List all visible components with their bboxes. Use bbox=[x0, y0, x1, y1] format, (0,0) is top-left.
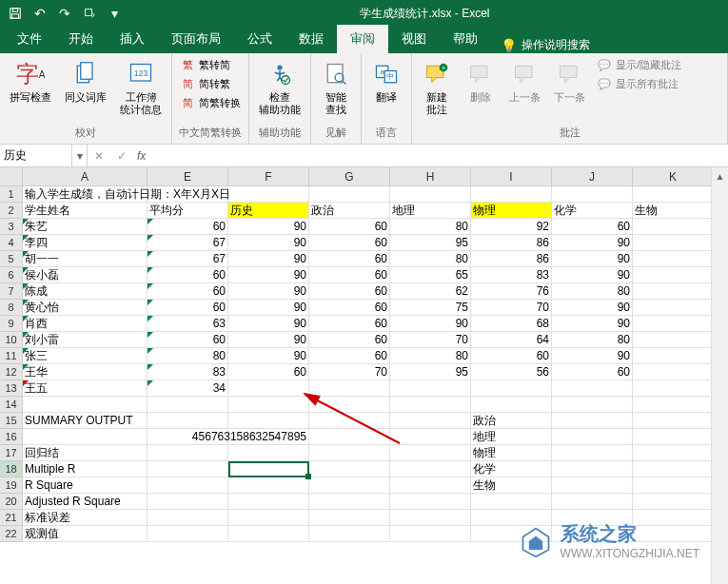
cell-K11[interactable] bbox=[633, 348, 714, 364]
cell-K4[interactable] bbox=[633, 235, 714, 251]
cell-G10[interactable]: 60 bbox=[309, 332, 390, 348]
cell-H5[interactable]: 80 bbox=[390, 251, 471, 267]
cell-F9[interactable]: 90 bbox=[228, 316, 309, 332]
row-header-8[interactable]: 8 bbox=[0, 300, 23, 316]
cell-G8[interactable]: 60 bbox=[309, 300, 390, 316]
cell-K15[interactable] bbox=[633, 413, 714, 429]
cell-F5[interactable]: 90 bbox=[228, 251, 309, 267]
cell-E4[interactable]: 67 bbox=[148, 235, 228, 251]
cell-H10[interactable]: 70 bbox=[390, 332, 471, 348]
tab-file[interactable]: 文件 bbox=[4, 25, 55, 53]
cell-F22[interactable] bbox=[228, 526, 309, 542]
cell-F19[interactable] bbox=[228, 477, 309, 494]
cell-K16[interactable] bbox=[633, 429, 714, 445]
row-header-9[interactable]: 9 bbox=[0, 316, 23, 332]
row-header-14[interactable]: 14 bbox=[0, 397, 23, 413]
cell-A8[interactable]: 黄心怡 bbox=[23, 300, 148, 316]
cell-H8[interactable]: 75 bbox=[390, 300, 471, 316]
cell-E18[interactable] bbox=[148, 461, 228, 477]
cell-G7[interactable]: 60 bbox=[309, 283, 390, 300]
cell-H13[interactable] bbox=[390, 380, 471, 397]
chinese-convert-button[interactable]: 简简繁转换 bbox=[176, 93, 245, 112]
cell-E15[interactable] bbox=[148, 413, 228, 429]
cell-F1[interactable] bbox=[228, 186, 309, 203]
cell-G17[interactable] bbox=[309, 445, 390, 461]
cell-A16[interactable] bbox=[23, 429, 148, 445]
cell-G12[interactable]: 70 bbox=[309, 364, 390, 380]
col-header-F[interactable]: F bbox=[228, 167, 309, 186]
cell-J9[interactable]: 90 bbox=[552, 316, 633, 332]
cell-J8[interactable]: 90 bbox=[552, 300, 633, 316]
show-all-comments-button[interactable]: 💬显示所有批注 bbox=[593, 74, 685, 93]
scroll-up-button[interactable]: ▲ bbox=[712, 167, 728, 185]
cell-G22[interactable] bbox=[309, 526, 390, 542]
cell-J5[interactable]: 90 bbox=[552, 251, 633, 267]
cell-A10[interactable]: 刘小雷 bbox=[23, 332, 148, 348]
row-header-13[interactable]: 13 bbox=[0, 380, 23, 397]
cell-G3[interactable]: 60 bbox=[309, 219, 390, 235]
row-header-22[interactable]: 22 bbox=[0, 526, 23, 542]
cell-G15[interactable] bbox=[309, 413, 390, 429]
cell-J20[interactable] bbox=[552, 494, 633, 510]
new-comment-button[interactable]: + 新建 批注 bbox=[416, 55, 458, 120]
cell-G4[interactable]: 60 bbox=[309, 235, 390, 251]
row-header-4[interactable]: 4 bbox=[0, 235, 23, 251]
cell-A2[interactable]: 学生姓名 bbox=[23, 203, 148, 219]
row-header-6[interactable]: 6 bbox=[0, 267, 23, 283]
cell-H16[interactable] bbox=[390, 429, 471, 445]
tab-home[interactable]: 开始 bbox=[55, 25, 107, 53]
cell-A18[interactable]: Multiple R bbox=[23, 461, 148, 477]
row-header-17[interactable]: 17 bbox=[0, 445, 23, 461]
cell-E8[interactable]: 60 bbox=[148, 300, 228, 316]
cell-E19[interactable] bbox=[148, 477, 228, 494]
cell-A11[interactable]: 张三 bbox=[23, 348, 148, 364]
cell-J6[interactable]: 90 bbox=[552, 267, 633, 283]
cell-I1[interactable] bbox=[471, 186, 552, 203]
cell-F17[interactable] bbox=[228, 445, 309, 461]
cell-J4[interactable]: 90 bbox=[552, 235, 633, 251]
cell-H22[interactable] bbox=[390, 526, 471, 542]
formula-input[interactable] bbox=[149, 149, 728, 163]
tab-pagelayout[interactable]: 页面布局 bbox=[158, 25, 234, 53]
fx-icon[interactable]: fx bbox=[133, 149, 149, 163]
cell-I6[interactable]: 83 bbox=[471, 267, 552, 283]
cell-J2[interactable]: 化学 bbox=[552, 203, 633, 219]
row-header-12[interactable]: 12 bbox=[0, 364, 23, 380]
redo-button[interactable]: ↷ bbox=[53, 2, 76, 25]
cell-E13[interactable]: 34 bbox=[148, 380, 228, 397]
cell-G18[interactable] bbox=[309, 461, 390, 477]
cell-A19[interactable]: R Square bbox=[23, 477, 148, 494]
cell-G13[interactable] bbox=[309, 380, 390, 397]
cell-I3[interactable]: 92 bbox=[471, 219, 552, 235]
tell-me-search[interactable]: 💡 操作说明搜索 bbox=[501, 37, 590, 53]
cell-A12[interactable]: 王华 bbox=[23, 364, 148, 380]
cell-E9[interactable]: 63 bbox=[148, 316, 228, 332]
cell-G2[interactable]: 政治 bbox=[309, 203, 390, 219]
row-header-15[interactable]: 15 bbox=[0, 413, 23, 429]
cell-I5[interactable]: 86 bbox=[471, 251, 552, 267]
cell-I4[interactable]: 86 bbox=[471, 235, 552, 251]
cell-H3[interactable]: 80 bbox=[390, 219, 471, 235]
cell-G5[interactable]: 60 bbox=[309, 251, 390, 267]
cell-A17[interactable]: 回归结 bbox=[23, 445, 148, 461]
cell-H6[interactable]: 65 bbox=[390, 267, 471, 283]
cell-H2[interactable]: 地理 bbox=[390, 203, 471, 219]
cell-A1[interactable]: 输入学生成绩，自动计日期：X年X月X日 bbox=[23, 186, 148, 203]
cell-A5[interactable]: 胡一一 bbox=[23, 251, 148, 267]
tab-view[interactable]: 视图 bbox=[388, 25, 440, 53]
cell-H17[interactable] bbox=[390, 445, 471, 461]
cell-A6[interactable]: 侯小磊 bbox=[23, 267, 148, 283]
cell-H19[interactable] bbox=[390, 477, 471, 494]
cell-E22[interactable] bbox=[148, 526, 228, 542]
cell-A15[interactable]: SUMMARY OUTPUT bbox=[23, 413, 148, 429]
cell-G20[interactable] bbox=[309, 494, 390, 510]
formula-enter-button[interactable]: ✓ bbox=[110, 145, 133, 166]
cell-F8[interactable]: 90 bbox=[228, 300, 309, 316]
cell-G11[interactable]: 60 bbox=[309, 348, 390, 364]
cell-F7[interactable]: 90 bbox=[228, 283, 309, 300]
trad-to-simp-button[interactable]: 繁繁转简 bbox=[176, 55, 245, 74]
cell-K20[interactable] bbox=[633, 494, 714, 510]
cell-F20[interactable] bbox=[228, 494, 309, 510]
cell-E21[interactable] bbox=[148, 510, 228, 526]
row-header-19[interactable]: 19 bbox=[0, 477, 23, 494]
